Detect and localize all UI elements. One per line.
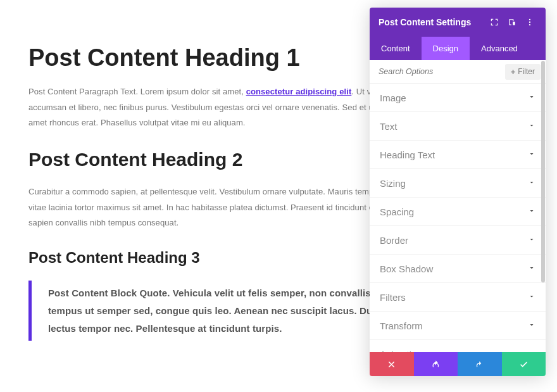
section-label: Heading Text	[380, 149, 435, 160]
section-border[interactable]: Border	[370, 226, 546, 255]
chevron-down-icon	[528, 263, 535, 274]
svg-point-2	[529, 24, 530, 25]
chevron-down-icon	[528, 234, 535, 246]
chevron-down-icon	[528, 206, 535, 217]
section-animation[interactable]: Animation	[370, 340, 546, 352]
section-label: Transform	[380, 320, 423, 331]
section-label: Image	[380, 92, 406, 103]
search-input[interactable]	[370, 60, 505, 83]
redo-icon	[475, 360, 484, 369]
save-button[interactable]	[502, 352, 546, 376]
more-icon[interactable]	[523, 15, 537, 29]
panel-footer	[370, 352, 546, 376]
responsive-icon[interactable]	[505, 15, 519, 29]
tab-advanced[interactable]: Advanced	[470, 37, 529, 60]
paragraph-1-link[interactable]: consectetur adipiscing elit	[246, 87, 352, 96]
check-icon	[519, 360, 529, 369]
panel-title: Post Content Settings	[379, 17, 484, 27]
plus-icon: +	[511, 67, 516, 77]
chevron-down-icon	[528, 177, 535, 189]
tab-design[interactable]: Design	[422, 37, 470, 60]
chevron-down-icon	[528, 291, 535, 303]
section-heading-text[interactable]: Heading Text	[370, 141, 546, 169]
tab-content[interactable]: Content	[370, 37, 422, 60]
panel-header[interactable]: Post Content Settings	[370, 8, 546, 37]
section-label: Text	[380, 121, 397, 132]
section-text[interactable]: Text	[370, 112, 546, 141]
filter-button[interactable]: + Filter	[505, 64, 541, 80]
svg-point-1	[529, 22, 530, 23]
panel-tabs: Content Design Advanced	[370, 37, 546, 60]
section-box-shadow[interactable]: Box Shadow	[370, 255, 546, 283]
undo-button[interactable]	[414, 352, 458, 376]
search-row: + Filter	[370, 60, 546, 84]
filter-label: Filter	[518, 67, 535, 76]
chevron-down-icon	[528, 120, 535, 132]
section-image[interactable]: Image	[370, 84, 546, 112]
settings-panel: Post Content Settings Content Design Adv…	[370, 8, 546, 376]
paragraph-1-pre: Post Content Paragraph Text. Lorem ipsum…	[28, 87, 246, 96]
focus-icon[interactable]	[487, 15, 501, 29]
scrollbar[interactable]	[541, 61, 545, 353]
section-spacing[interactable]: Spacing	[370, 198, 546, 226]
panel-body: Image Text Heading Text Sizing Spacing B…	[370, 84, 546, 352]
chevron-down-icon	[528, 320, 535, 331]
section-label: Border	[380, 235, 408, 246]
section-label: Filters	[380, 292, 406, 303]
section-label: Box Shadow	[380, 263, 433, 274]
close-icon	[387, 360, 396, 369]
section-filters[interactable]: Filters	[370, 283, 546, 312]
undo-icon	[431, 360, 441, 369]
section-transform[interactable]: Transform	[370, 312, 546, 340]
svg-point-0	[529, 19, 530, 20]
chevron-down-icon	[528, 149, 535, 160]
chevron-down-icon	[528, 92, 535, 103]
section-sizing[interactable]: Sizing	[370, 169, 546, 198]
cancel-button[interactable]	[370, 352, 414, 376]
section-label: Sizing	[380, 178, 406, 189]
section-label: Spacing	[380, 206, 414, 217]
redo-button[interactable]	[458, 352, 502, 376]
scrollbar-thumb[interactable]	[541, 61, 545, 282]
